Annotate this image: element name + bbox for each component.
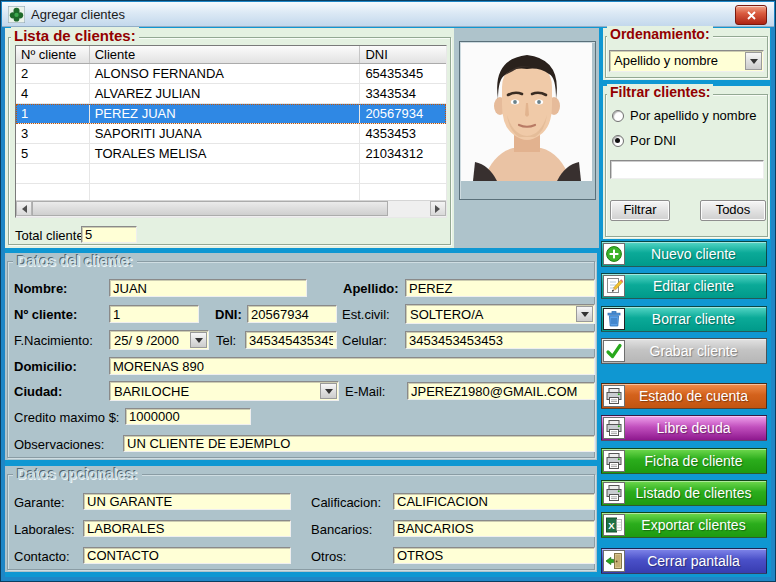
contacto-input[interactable] [83,547,291,564]
header-dni[interactable]: DNI [360,46,446,63]
cell-dni: 4353453 [360,124,446,143]
lista-title: Lista de clientes: [11,27,139,44]
bancarios-label: Bancarios: [311,522,372,537]
radio-por-dni[interactable] [612,135,624,147]
cell-num: 2 [16,64,90,83]
dni-label: DNI: [215,307,242,322]
observaciones-input[interactable] [123,435,595,452]
nombre-label: Nombre: [14,281,67,296]
estcivil-dropdown-button[interactable] [576,306,593,322]
nombre-input[interactable] [109,279,307,297]
cell-num: 4 [16,84,90,103]
ordenamiento-combobox[interactable]: Apellido y nombre [609,50,764,72]
fnacimiento-datepicker[interactable]: 25/ 9 /2000 [109,330,209,350]
garante-input[interactable] [83,493,291,510]
grabar-cliente-button[interactable]: Grabar cliente [601,338,767,364]
printer-icon [605,387,623,405]
tel-input[interactable] [245,331,337,349]
fnacimiento-dropdown-button[interactable] [190,332,207,348]
otros-input[interactable] [393,547,595,564]
scroll-left-button[interactable] [16,201,32,216]
fnacimiento-value: 25/ 9 /2000 [114,333,188,348]
garante-label: Garante: [14,495,65,510]
cerrar-pantalla-button[interactable]: Cerrar pantalla [601,548,767,574]
borrar-cliente-button[interactable]: Borrar cliente [601,306,767,332]
apellido-label: Apellido: [343,281,399,296]
filtrar-search-input[interactable] [610,160,764,179]
estcivil-label: Est.civil: [342,307,390,322]
table-row[interactable]: 3 SAPORITI JUANA 4353453 [16,124,446,144]
photo-panel [454,28,599,248]
ciudad-combobox[interactable]: BARILOCHE [109,381,339,401]
ordenamiento-panel: Ordenamiento: Apellido y nombre [603,28,770,80]
radio-por-dni-label[interactable]: Por DNI [630,133,676,148]
horizontal-scrollbar[interactable] [16,200,446,217]
ordenamiento-dropdown-button[interactable] [745,52,762,70]
close-icon [747,11,756,20]
scroll-right-button[interactable] [430,201,446,216]
cell-dni: 65435345 [360,64,446,83]
cell-num: 5 [16,144,90,163]
dni-input[interactable] [247,305,337,323]
libre-deuda-button[interactable]: Libre deuda [601,415,767,441]
table-row-empty [16,164,446,184]
ficha-de-cliente-button[interactable]: Ficha de cliente [601,448,767,474]
otros-label: Otros: [311,549,346,564]
laborales-input[interactable] [83,520,291,537]
printer-icon [605,484,623,502]
app-clover-icon [8,6,25,23]
nro-cliente-input[interactable] [109,305,199,323]
domicilio-label: Domicilio: [14,359,77,374]
radio-por-apellido-label[interactable]: Por apellido y nombre [630,108,756,123]
calificacion-label: Calificacion: [311,495,381,510]
titlebar[interactable]: Agregar clientes [2,2,774,27]
agregar-clientes-window: Agregar clientes Lista de clientes: Nº c… [0,0,776,582]
bancarios-input[interactable] [393,520,595,537]
exportar-clientes-button[interactable]: X Exportar clientes [601,512,767,538]
total-clientes-value: 5 [81,226,137,243]
table-row-selected[interactable]: 1 PEREZ JUAN 20567934 [16,104,446,124]
cell-dni: 21034312 [360,144,446,163]
cell-cliente: ALONSO FERNANDA [90,64,361,83]
window-title: Agregar clientes [31,7,125,22]
ordenamiento-selected-value: Apellido y nombre [614,53,743,68]
scrollbar-thumb[interactable] [32,201,388,216]
contacto-label: Contacto: [14,549,70,564]
nuevo-cliente-button[interactable]: Nuevo cliente [601,241,767,267]
email-input[interactable] [407,382,595,400]
arrow-left-icon [18,205,27,213]
celular-input[interactable] [405,331,595,349]
estado-de-cuenta-button[interactable]: Estado de cuenta [601,383,767,409]
calificacion-input[interactable] [393,493,595,510]
cell-cliente: TORALES MELISA [90,144,361,163]
editar-cliente-button[interactable]: Editar cliente [601,273,767,299]
ciudad-dropdown-button[interactable] [320,383,337,399]
todos-button[interactable]: Todos [700,200,766,221]
listado-de-clientes-button[interactable]: Listado de clientes [601,480,767,506]
header-cliente[interactable]: Cliente [90,46,361,63]
celular-label: Celular: [342,333,387,348]
door-exit-icon [605,552,623,570]
domicilio-input[interactable] [109,357,595,375]
table-row[interactable]: 2 ALONSO FERNANDA 65435345 [16,64,446,84]
ciudad-selected-value: BARILOCHE [114,384,318,399]
estcivil-selected-value: SOLTERO/A [410,307,574,322]
trash-icon [605,310,623,328]
printer-icon [605,419,623,437]
table-row[interactable]: 4 ALVAREZ JULIAN 3343534 [16,84,446,104]
table-row[interactable]: 5 TORALES MELISA 21034312 [16,144,446,164]
credito-input[interactable] [125,408,251,425]
cell-cliente: SAPORITI JUANA [90,124,361,143]
radio-por-apellido[interactable] [612,110,624,122]
filtrar-button[interactable]: Filtrar [610,200,670,221]
chevron-down-icon [195,338,203,347]
observaciones-label: Observaciones: [14,437,104,452]
estcivil-combobox[interactable]: SOLTERO/A [405,304,595,324]
close-button[interactable] [735,5,767,25]
header-num-cliente[interactable]: Nº cliente [16,46,90,63]
credito-label: Credito maximo $: [14,410,119,425]
lista-panel: Lista de clientes: Nº cliente Cliente DN… [5,28,454,248]
apellido-input[interactable] [405,279,595,297]
filtrar-title: Filtrar clientes: [607,84,713,100]
plus-circle-icon [605,245,623,263]
